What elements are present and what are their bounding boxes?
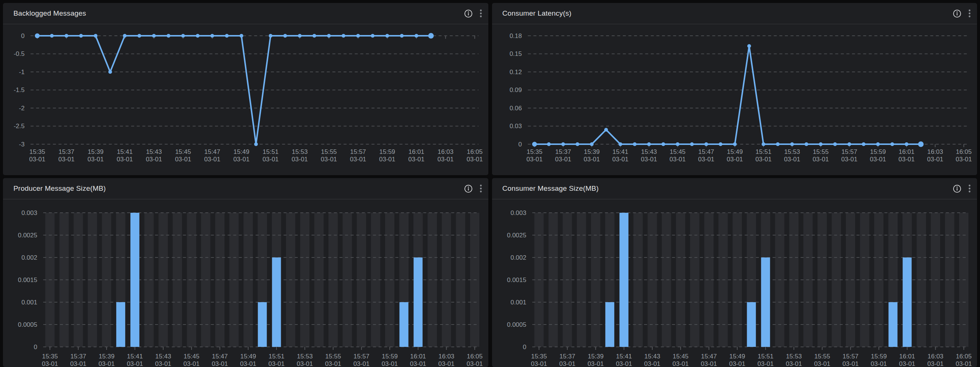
info-icon[interactable] xyxy=(463,9,473,19)
y-tick-label: 0 xyxy=(34,343,37,351)
data-point[interactable] xyxy=(833,142,837,146)
chart-consumer-message-size[interactable]: 0.0030.00250.0020.00150.0010.0005015:350… xyxy=(492,178,977,367)
data-point[interactable] xyxy=(861,142,865,146)
data-point[interactable] xyxy=(254,142,258,146)
bar[interactable] xyxy=(619,213,628,347)
panel-header-icons xyxy=(952,183,972,194)
data-point[interactable] xyxy=(152,34,156,38)
data-point[interactable] xyxy=(876,142,880,146)
x-tick-label-time: 15:45 xyxy=(670,148,686,156)
y-tick-label: 0.003 xyxy=(510,210,527,216)
chart-consumer-latency[interactable]: 0.180.150.120.090.060.03015:3503-0115:37… xyxy=(492,3,977,175)
bar[interactable] xyxy=(414,257,423,347)
data-point[interactable] xyxy=(604,128,608,132)
bar[interactable] xyxy=(902,257,912,347)
data-point[interactable] xyxy=(196,34,199,38)
data-point[interactable] xyxy=(633,142,636,146)
x-tick-label-time: 16:05 xyxy=(956,353,972,360)
data-point[interactable] xyxy=(342,34,345,38)
data-point[interactable] xyxy=(561,142,565,146)
x-tick-label-date: 03-01 xyxy=(727,156,743,163)
data-point[interactable] xyxy=(415,34,418,38)
data-point[interactable] xyxy=(123,34,127,38)
x-tick-label-date: 03-01 xyxy=(755,156,771,163)
data-point[interactable] xyxy=(762,142,765,146)
x-tick-label-time: 15:59 xyxy=(379,148,396,156)
data-point[interactable] xyxy=(356,34,360,38)
data-point[interactable] xyxy=(675,142,679,146)
data-point[interactable] xyxy=(619,142,622,146)
data-point[interactable] xyxy=(108,70,112,74)
bar[interactable] xyxy=(258,302,267,347)
data-point[interactable] xyxy=(904,142,908,146)
bar[interactable] xyxy=(888,302,897,347)
y-tick-label: 0 xyxy=(518,141,522,148)
data-point[interactable] xyxy=(718,142,722,146)
bar[interactable] xyxy=(605,302,614,347)
data-point[interactable] xyxy=(138,34,141,38)
kebab-menu-icon[interactable] xyxy=(967,183,972,194)
info-icon[interactable] xyxy=(952,9,962,19)
data-point[interactable] xyxy=(283,34,287,38)
x-tick-label-time: 15:51 xyxy=(755,148,771,156)
data-point[interactable] xyxy=(269,34,272,38)
data-point[interactable] xyxy=(385,34,389,38)
bar[interactable] xyxy=(116,302,125,347)
data-point[interactable] xyxy=(890,142,894,146)
data-point[interactable] xyxy=(312,34,316,38)
kebab-menu-icon[interactable] xyxy=(479,8,483,19)
data-point[interactable] xyxy=(819,142,822,146)
info-icon[interactable] xyxy=(952,184,962,194)
info-icon[interactable] xyxy=(463,184,473,194)
x-tick-label-time: 15:49 xyxy=(727,148,743,156)
data-point[interactable] xyxy=(532,142,537,147)
data-point[interactable] xyxy=(790,142,794,146)
bar[interactable] xyxy=(130,213,139,347)
bar[interactable] xyxy=(399,302,409,347)
data-point[interactable] xyxy=(804,142,808,146)
x-tick-label-time: 15:35 xyxy=(42,353,58,360)
data-point[interactable] xyxy=(918,141,923,147)
data-point[interactable] xyxy=(590,142,593,146)
data-point[interactable] xyxy=(167,34,170,38)
data-point[interactable] xyxy=(94,34,97,38)
x-tick-label-date: 03-01 xyxy=(729,360,745,367)
data-point[interactable] xyxy=(661,142,665,146)
data-point[interactable] xyxy=(776,142,780,146)
data-point[interactable] xyxy=(225,34,229,38)
data-point[interactable] xyxy=(428,33,434,39)
data-point[interactable] xyxy=(35,33,40,38)
y-tick-label: 0 xyxy=(523,343,526,351)
panel-title: Producer Message Size(MB) xyxy=(13,184,106,193)
data-point[interactable] xyxy=(50,34,54,38)
data-point[interactable] xyxy=(79,34,83,38)
bar[interactable] xyxy=(761,257,770,347)
bar[interactable] xyxy=(747,302,756,347)
data-point[interactable] xyxy=(371,34,375,38)
x-tick-label-date: 03-01 xyxy=(870,360,886,367)
data-point[interactable] xyxy=(65,34,68,38)
y-tick-label: 0.0005 xyxy=(18,321,37,328)
data-point[interactable] xyxy=(210,34,214,38)
data-point[interactable] xyxy=(690,142,694,146)
data-point[interactable] xyxy=(547,142,550,146)
x-tick-label-date: 03-01 xyxy=(379,156,395,163)
chart-producer-message-size[interactable]: 0.0030.00250.0020.00150.0010.0005015:350… xyxy=(3,178,488,367)
data-point[interactable] xyxy=(400,34,404,38)
data-point[interactable] xyxy=(733,142,737,146)
data-point[interactable] xyxy=(647,142,651,146)
data-point[interactable] xyxy=(327,34,331,38)
kebab-menu-icon[interactable] xyxy=(967,8,972,19)
data-point[interactable] xyxy=(240,34,243,38)
data-point[interactable] xyxy=(298,34,302,38)
data-point[interactable] xyxy=(747,44,751,48)
x-tick-label-time: 16:05 xyxy=(467,148,483,156)
data-point[interactable] xyxy=(704,142,708,146)
chart-backlogged-messages[interactable]: 0-0.5-1-1.5-2-2.5-315:3503-0115:3703-011… xyxy=(3,3,488,175)
data-point[interactable] xyxy=(847,142,851,146)
data-point[interactable] xyxy=(576,142,579,146)
kebab-menu-icon[interactable] xyxy=(479,183,483,194)
data-point[interactable] xyxy=(181,34,185,38)
panel-consumer-message-size: Consumer Message Size(MB) 0.0030.00250.0… xyxy=(492,178,977,367)
bar[interactable] xyxy=(272,257,281,347)
